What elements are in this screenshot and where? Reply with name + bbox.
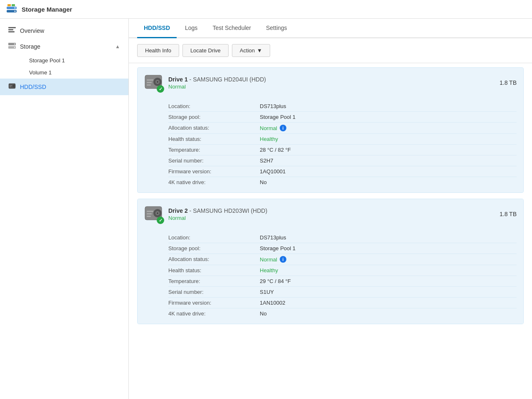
main-layout: Overview Storage ▲ Storage Pool 1 Volume… [0, 19, 532, 399]
sidebar: Overview Storage ▲ Storage Pool 1 Volume… [0, 19, 129, 399]
app-title: Storage Manager [22, 6, 72, 13]
drive-2-temp-label: Temperature: [168, 278, 260, 284]
sidebar-item-volume-1[interactable]: Volume 1 [21, 66, 128, 79]
drive-1-pool-value: Storage Pool 1 [260, 114, 296, 120]
drive-1-pool-row: Storage pool: Storage Pool 1 [168, 112, 517, 123]
drive-1-health-value: Healthy [260, 136, 278, 142]
drive-2-pool-row: Storage pool: Storage Pool 1 [168, 243, 517, 254]
sidebar-sub-storage: Storage Pool 1 Volume 1 [0, 54, 128, 79]
drive-2-pool-value: Storage Pool 1 [260, 245, 296, 251]
drive-2-size: 1.8 TB [500, 211, 517, 217]
drive-1-header: ✓ Drive 1 - SAMSUNG HD204UI (HDD) Normal… [138, 68, 523, 98]
sidebar-item-hdd-ssd-label: HDD/SSD [20, 84, 120, 90]
sidebar-item-storage[interactable]: Storage ▲ [0, 39, 128, 54]
drive-1-pool-label: Storage pool: [168, 114, 260, 120]
svg-rect-30 [147, 213, 152, 214]
svg-rect-23 [147, 82, 152, 83]
titlebar: Storage Manager [0, 0, 532, 19]
drive-2-alloc-info-icon[interactable]: i [280, 256, 286, 263]
drive-2-icon-wrap: ✓ [144, 205, 163, 223]
drive-2-header: ✓ Drive 2 - SAMSUNG HD203WI (HDD) Normal… [138, 199, 523, 229]
drive-2-alloc-value: Normal i [260, 256, 286, 263]
drive-1-4k-row: 4K native drive: No [168, 177, 517, 187]
svg-point-15 [14, 86, 15, 87]
storage-icon [8, 43, 16, 50]
svg-rect-8 [8, 31, 15, 32]
drive-2-location-label: Location: [168, 234, 260, 241]
drive-1-title-area: Drive 1 - SAMSUNG HD204UI (HDD) Normal [168, 76, 494, 90]
drive-1-serial-row: Serial number: S2H7 [168, 155, 517, 166]
drive-1-location-value: DS713plus [260, 103, 286, 109]
drive-2-alloc-label: Allocation status: [168, 256, 260, 263]
svg-point-2 [15, 7, 16, 9]
health-info-button[interactable]: Health Info [137, 44, 179, 57]
drive-1-icon-wrap: ✓ [144, 74, 163, 92]
drive-2-firmware-value: 1AN10002 [260, 300, 285, 306]
drive-2-name: Drive 2 - SAMSUNG HD203WI (HDD) [168, 207, 494, 214]
sidebar-item-overview-label: Overview [20, 27, 120, 34]
svg-rect-24 [147, 84, 151, 86]
drive-2-serial-value: S1UY [260, 289, 274, 295]
tab-test-scheduler[interactable]: Test Scheduler [206, 19, 258, 38]
drive-1-4k-label: 4K native drive: [168, 179, 260, 185]
toolbar: Health Info Locate Drive Action ▼ [129, 38, 532, 63]
drive-1-alloc-row: Allocation status: Normal i [168, 123, 517, 134]
locate-drive-button[interactable]: Locate Drive [182, 44, 229, 57]
drive-2-alloc-row: Allocation status: Normal i [168, 254, 517, 265]
drive-2-4k-row: 4K native drive: No [168, 308, 517, 319]
drive-2-status: Normal [168, 215, 494, 221]
drive-1-status-badge: ✓ [157, 85, 164, 93]
svg-rect-16 [10, 85, 12, 86]
drive-1-alloc-info-icon[interactable]: i [280, 125, 286, 131]
storage-expand-arrow: ▲ [115, 44, 120, 49]
sidebar-item-overview[interactable]: Overview [0, 23, 128, 39]
drive-2-status-badge: ✓ [157, 217, 164, 224]
drive-2-firmware-row: Firmware version: 1AN10002 [168, 298, 517, 308]
svg-rect-22 [147, 79, 153, 81]
svg-point-12 [14, 47, 15, 48]
tab-hdd-ssd[interactable]: HDD/SSD [137, 19, 177, 38]
drive-1-temp-label: Temperature: [168, 147, 260, 153]
drive-2-serial-label: Serial number: [168, 289, 260, 295]
svg-rect-31 [147, 216, 151, 217]
drive-list: ✓ Drive 1 - SAMSUNG HD204UI (HDD) Normal… [129, 63, 532, 334]
drive-1-firmware-row: Firmware version: 1AQ10001 [168, 166, 517, 177]
main-content: HDD/SSD Logs Test Scheduler Settings Hea… [129, 19, 532, 399]
drive-1-temp-row: Temperature: 28 °C / 82 °F [168, 145, 517, 155]
drive-2-health-value: Healthy [260, 267, 278, 273]
drive-1-size: 1.8 TB [500, 79, 517, 86]
sidebar-item-hdd-ssd[interactable]: HDD/SSD [0, 79, 128, 95]
drive-1-firmware-label: Firmware version: [168, 168, 260, 175]
drive-1-health-row: Health status: Healthy [168, 134, 517, 145]
overview-icon [8, 27, 16, 34]
drive-2-4k-label: 4K native drive: [168, 310, 260, 317]
drive-1-4k-value: No [260, 179, 267, 185]
drive-1-alloc-label: Allocation status: [168, 125, 260, 131]
tab-bar: HDD/SSD Logs Test Scheduler Settings [129, 19, 532, 38]
tab-settings[interactable]: Settings [259, 19, 294, 38]
drive-1-firmware-value: 1AQ10001 [260, 168, 286, 175]
drive-2-location-value: DS713plus [260, 234, 286, 241]
drive-2-health-label: Health status: [168, 267, 260, 273]
drive-1-serial-label: Serial number: [168, 158, 260, 164]
drive-2-temp-row: Temperature: 29 °C / 84 °F [168, 276, 517, 287]
drive-2-pool-label: Storage pool: [168, 245, 260, 251]
tab-logs[interactable]: Logs [178, 19, 204, 38]
svg-rect-29 [147, 211, 153, 212]
drive-2-serial-row: Serial number: S1UY [168, 287, 517, 298]
drive-card-1[interactable]: ✓ Drive 1 - SAMSUNG HD204UI (HDD) Normal… [137, 67, 524, 193]
drive-1-details: Location: DS713plus Storage pool: Storag… [138, 98, 523, 192]
drive-2-4k-value: No [260, 310, 267, 317]
sidebar-item-storage-label: Storage [20, 43, 111, 50]
svg-point-11 [14, 44, 15, 44]
svg-point-28 [157, 212, 158, 214]
drive-card-2[interactable]: ✓ Drive 2 - SAMSUNG HD203WI (HDD) Normal… [137, 199, 524, 324]
app-icon [6, 3, 17, 15]
action-button[interactable]: Action ▼ [232, 44, 270, 57]
drive-1-location-row: Location: DS713plus [168, 101, 517, 112]
svg-point-21 [157, 81, 158, 83]
svg-rect-4 [7, 4, 11, 6]
sidebar-item-storage-pool-1[interactable]: Storage Pool 1 [21, 54, 128, 66]
drive-2-temp-value: 29 °C / 84 °F [260, 278, 291, 284]
drive-2-health-row: Health status: Healthy [168, 265, 517, 276]
